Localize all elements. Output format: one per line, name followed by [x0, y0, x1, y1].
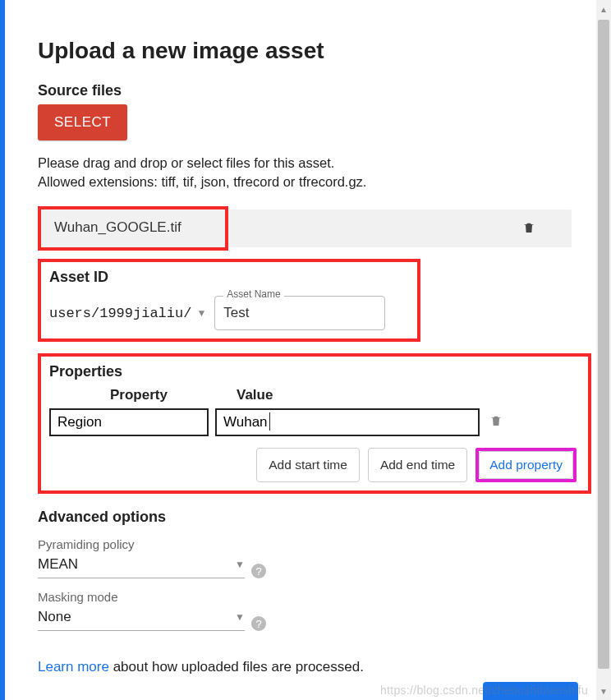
- add-property-highlight: Add property: [475, 448, 577, 482]
- learn-more-row: Learn more about how uploaded files are …: [38, 659, 547, 675]
- delete-property-icon[interactable]: [489, 412, 503, 432]
- pyramiding-policy-dropdown[interactable]: MEAN ▼: [38, 553, 245, 578]
- asset-path-prefix[interactable]: users/1999jialiu/: [49, 306, 191, 321]
- asset-name-field[interactable]: Asset Name: [214, 296, 385, 330]
- help-icon[interactable]: ?: [251, 616, 266, 631]
- page-title: Upload a new image asset: [38, 38, 547, 64]
- asset-id-label: Asset ID: [49, 269, 409, 286]
- properties-label: Properties: [49, 363, 580, 380]
- asset-name-legend: Asset Name: [223, 288, 283, 300]
- asset-path-dropdown-icon[interactable]: ▼: [196, 307, 206, 319]
- uploaded-file-row: Wuhan_GOOGLE.tif: [38, 206, 547, 252]
- asset-name-input[interactable]: [223, 305, 376, 321]
- pyramiding-policy-label: Pyramiding policy: [38, 537, 547, 551]
- advanced-options-label: Advanced options: [38, 509, 547, 526]
- pyramiding-policy-value: MEAN: [38, 556, 78, 573]
- watermark-text: https://blog.csdn.net/zhebushibiaoshifu: [380, 684, 588, 697]
- scroll-down-icon[interactable]: ▼: [600, 687, 608, 695]
- add-end-time-button[interactable]: Add end time: [368, 448, 467, 482]
- property-buttons-row: Add start time Add end time Add property: [49, 448, 580, 482]
- source-help-text: Please drag and drop or select files for…: [38, 154, 547, 191]
- chevron-down-icon: ▼: [235, 611, 245, 623]
- scrollbar-track[interactable]: ▲ ▼: [596, 0, 611, 700]
- masking-mode-value: None: [38, 609, 71, 625]
- scroll-up-icon[interactable]: ▲: [600, 5, 608, 13]
- asset-id-section: Asset ID users/1999jialiu/ ▼ Asset Name: [38, 259, 420, 342]
- text-cursor: [269, 412, 270, 431]
- learn-more-link[interactable]: Learn more: [38, 659, 109, 675]
- property-column-header: Property: [49, 387, 228, 403]
- property-value-input[interactable]: [215, 408, 480, 436]
- properties-section: Properties Property Value Add start time…: [38, 353, 591, 494]
- learn-more-rest: about how uploaded files are processed.: [109, 659, 364, 675]
- help-line-2: Allowed extensions: tiff, tif, json, tfr…: [38, 174, 366, 189]
- chevron-down-icon: ▼: [235, 559, 245, 570]
- value-column-header: Value: [228, 387, 393, 403]
- select-files-button[interactable]: SELECT: [38, 104, 127, 140]
- help-icon[interactable]: ?: [251, 564, 266, 578]
- dialog-content: Upload a new image asset Source files SE…: [0, 0, 577, 675]
- masking-mode-label: Masking mode: [38, 590, 547, 604]
- masking-mode-dropdown[interactable]: None ▼: [38, 606, 245, 631]
- properties-header: Property Value: [49, 387, 580, 403]
- help-line-1: Please drag and drop or select files for…: [38, 155, 334, 170]
- source-files-label: Source files: [38, 82, 547, 99]
- delete-file-icon[interactable]: [522, 219, 535, 236]
- property-row: [49, 408, 580, 436]
- add-start-time-button[interactable]: Add start time: [256, 448, 360, 482]
- uploaded-file-name: Wuhan_GOOGLE.tif: [54, 219, 181, 236]
- scrollbar-thumb[interactable]: [598, 20, 609, 669]
- add-property-button[interactable]: Add property: [479, 451, 573, 479]
- advanced-options-section: Advanced options Pyramiding policy MEAN …: [38, 509, 547, 631]
- left-accent-stripe: [0, 0, 5, 700]
- property-key-input[interactable]: [49, 408, 209, 436]
